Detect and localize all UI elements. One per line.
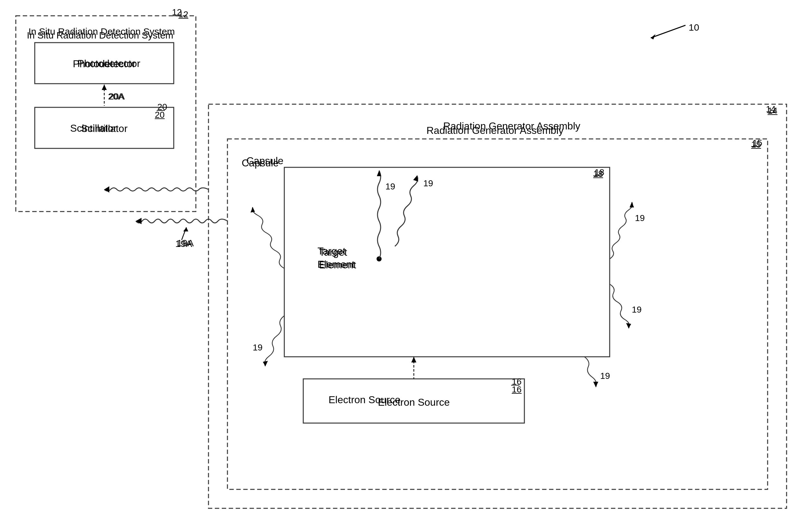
svg-marker-52 [250,207,255,212]
svg-point-28 [376,256,381,262]
ref-12-label: 12 [179,10,188,20]
capsule-label: Capsule [242,157,279,169]
svg-marker-1 [651,34,655,39]
svg-marker-40 [413,175,418,182]
ref-18-label: 18 [593,169,603,179]
svg-marker-9 [102,84,107,90]
svg-line-0 [651,25,686,38]
target-element-label: TargetElement [317,245,354,271]
svg-rect-2 [16,16,196,211]
ref-14-label: 14 [768,106,778,116]
ref-16-label: 16 [512,384,522,395]
ref-10: 10 [689,22,699,33]
insitu-label: In Situ Radiation Detection System [27,30,173,41]
svg-marker-47 [411,357,416,362]
svg-marker-37 [183,227,188,231]
ref-19A-label: 19A [175,239,192,249]
svg-text:19: 19 [253,343,262,353]
diagram-svg: 12 In Situ Radiation Detection System Ph… [0,0,803,532]
svg-marker-50 [593,382,598,387]
svg-text:19: 19 [632,305,641,315]
ref-15-label: 15 [751,139,761,150]
svg-marker-48 [263,361,268,366]
radiation-generator-label: Radiation Generator Assembly [427,125,563,136]
svg-rect-15 [208,104,787,508]
svg-line-36 [182,227,186,240]
svg-marker-34 [136,218,142,224]
scintillator-label: Scintillator [70,122,117,134]
ref-20A-label: 20A [109,92,125,102]
svg-marker-44 [626,323,631,328]
ref-20-label: 20 [155,110,165,120]
svg-text:19: 19 [635,213,645,223]
svg-text:19: 19 [386,182,395,191]
svg-rect-19 [227,139,768,489]
electron-source-label: Electron Source [329,394,400,406]
svg-marker-38 [377,171,381,176]
svg-text:19: 19 [600,371,610,381]
diagram-container: 10 12 In Situ Radiation Detection System… [0,0,803,532]
svg-marker-42 [630,202,634,207]
photodetector-label: Photodetector [77,58,140,70]
svg-marker-33 [104,186,109,193]
svg-text:19: 19 [423,178,433,188]
